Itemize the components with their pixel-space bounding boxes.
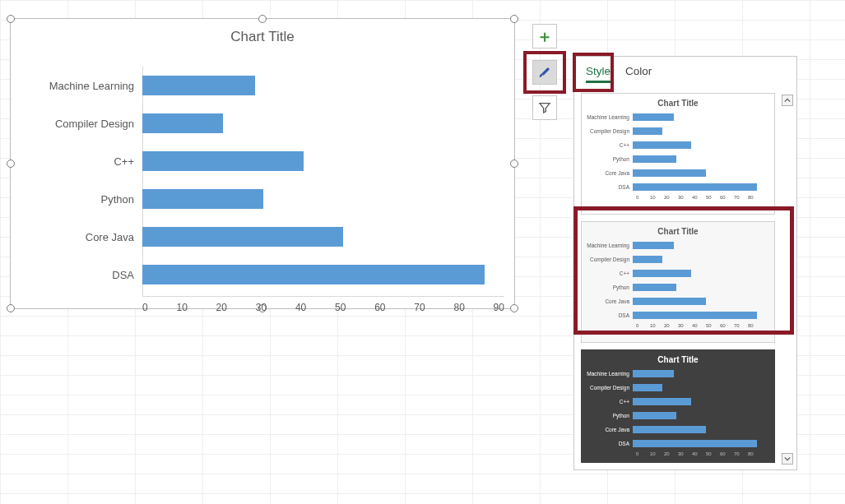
data-bar[interactable] [142,265,485,284]
preview-category-label: DSA [587,312,633,318]
preview-bar-row: Core Java [587,423,769,436]
preview-data-bar [633,256,662,263]
preview-data-bar [633,398,691,405]
preview-category-label: Python [587,413,633,418]
chart-style-pane: Style Color Chart Title Machine Learning… [573,56,797,470]
preview-category-label: Core Java [587,298,633,304]
preview-bar-row: Machine Learning [587,368,769,380]
preview-bar-row: C++ [587,267,769,280]
preview-bar-row: Machine Learning [587,239,769,252]
preview-category-label: Core Java [587,170,633,176]
data-bar[interactable] [142,113,223,133]
pane-tabs: Style Color [574,57,796,88]
preview-bar-row: Core Java [587,167,769,179]
plus-icon: ＋ [536,28,553,44]
preview-data-bar [633,426,706,433]
preview-category-label: C++ [587,142,633,148]
data-bar[interactable] [142,227,343,247]
tab-style[interactable]: Style [586,65,611,83]
data-bar[interactable] [142,151,304,171]
preview-category-label: Compiler Design [587,257,633,262]
preview-data-bar [633,284,676,291]
preview-bar-row: Python [587,281,769,294]
resize-handle-ne[interactable] [510,15,518,23]
preview-data-bar [633,141,691,149]
style-previews: Chart Title Machine LearningCompiler Des… [581,93,777,463]
data-bar[interactable] [142,76,255,95]
style-preview-2[interactable]: Chart Title Machine LearningCompiler Des… [581,221,775,343]
category-label: Compiler Design [19,118,134,130]
preview-bar-row: DSA [587,181,769,193]
preview-bar-row: Compiler Design [587,381,769,394]
brush-icon [537,65,552,80]
preview-category-label: C++ [587,270,633,276]
bar-row: Core Java [142,218,343,256]
resize-handle-se[interactable] [510,304,518,312]
category-label: Python [19,193,134,206]
scroll-up-button[interactable] [782,95,793,106]
preview-title: Chart Title [587,99,769,108]
data-bar[interactable] [142,189,263,209]
bar-row: Compiler Design [142,104,223,142]
preview-category-label: DSA [587,184,633,190]
preview-bar-row: C++ [587,139,769,151]
preview-category-label: Compiler Design [587,128,633,134]
preview-data-bar [633,155,676,163]
bar-row: DSA [142,256,485,294]
preview-data-bar [633,440,757,447]
category-label: DSA [19,269,134,281]
preview-bar-row: DSA [587,309,769,321]
chart-title[interactable]: Chart Title [11,19,514,52]
style-preview-1[interactable]: Chart Title Machine LearningCompiler Des… [581,93,775,215]
preview-category-label: Python [587,284,633,290]
preview-data-bar [633,270,691,277]
preview-bar-row: Python [587,409,769,422]
preview-data-bar [633,412,676,419]
preview-bar-row: Machine Learning [587,111,769,123]
bar-row: Machine Learning [142,67,255,104]
preview-bar-row: C++ [587,395,769,408]
resize-handle-e[interactable] [510,160,518,168]
x-axis-line [142,296,504,297]
resize-handle-n[interactable] [258,15,267,23]
chart-frame[interactable]: Chart Title Machine LearningCompiler Des… [10,18,515,309]
preview-bar-row: Core Java [587,295,769,307]
preview-data-bar [633,312,757,319]
preview-category-label: Core Java [587,427,633,432]
preview-bar-row: DSA [587,437,769,450]
resize-handle-sw[interactable] [7,304,15,312]
category-label: C++ [19,155,134,168]
preview-bar-row: Compiler Design [587,253,769,266]
preview-data-bar [633,242,674,249]
preview-data-bar [633,384,662,391]
preview-data-bar [633,370,674,377]
resize-handle-w[interactable] [7,160,15,168]
preview-title: Chart Title [587,355,769,364]
preview-title: Chart Title [587,227,769,236]
scroll-down-button[interactable] [782,453,793,465]
preview-bar-row: Python [587,153,769,165]
preview-category-label: Compiler Design [587,385,633,391]
chart-elements-button[interactable]: ＋ [532,24,557,49]
x-axis-ticks: 0102030405060708090 [142,302,504,313]
chart-plot-area: Machine LearningCompiler DesignC++Python… [142,67,504,297]
preview-category-label: DSA [587,441,633,446]
preview-data-bar [633,127,662,135]
tab-color[interactable]: Color [625,65,652,83]
chevron-up-icon [784,97,791,104]
chevron-down-icon [784,455,791,462]
chart-styles-button[interactable] [532,60,557,85]
category-label: Core Java [19,231,134,243]
preview-category-label: Machine Learning [587,371,633,377]
preview-data-bar [633,298,706,305]
preview-data-bar [633,113,674,121]
chart-filters-button[interactable] [532,95,557,120]
preview-category-label: C++ [587,399,633,405]
bar-row: Python [142,180,263,218]
preview-bar-row: Compiler Design [587,125,769,137]
resize-handle-nw[interactable] [7,15,15,23]
category-label: Machine Learning [19,80,134,92]
style-preview-3[interactable]: Chart Title Machine LearningCompiler Des… [581,349,775,463]
bar-row: C++ [142,142,304,180]
preview-data-bar [633,183,757,191]
